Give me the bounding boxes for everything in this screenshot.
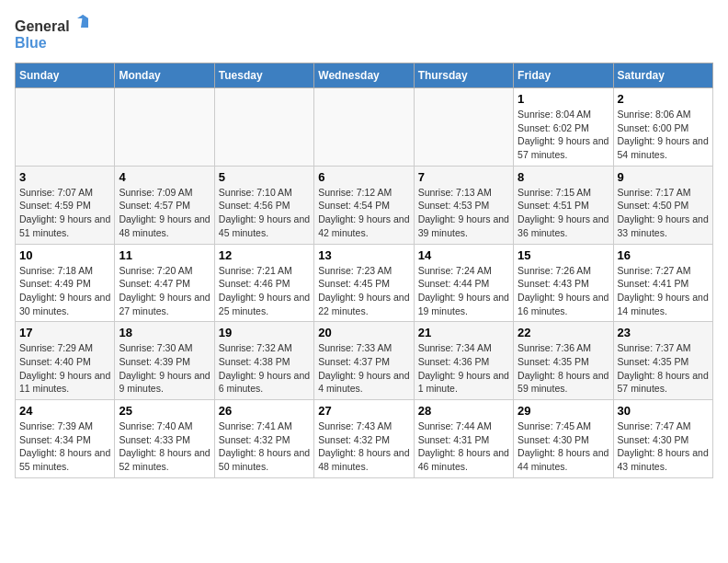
calendar-cell: 1Sunrise: 8:04 AMSunset: 6:02 PMDaylight…: [514, 88, 613, 167]
calendar-cell: 14Sunrise: 7:24 AMSunset: 4:44 PMDayligh…: [414, 244, 513, 322]
day-info: Sunrise: 7:37 AMSunset: 4:35 PMDaylight:…: [618, 341, 709, 396]
day-number: 2: [618, 92, 709, 106]
calendar-cell: 8Sunrise: 7:15 AMSunset: 4:51 PMDaylight…: [514, 166, 613, 244]
calendar-cell: 13Sunrise: 7:23 AMSunset: 4:45 PMDayligh…: [314, 244, 414, 322]
day-info: Sunrise: 7:20 AMSunset: 4:47 PMDaylight:…: [119, 264, 210, 318]
day-number: 28: [418, 404, 509, 418]
calendar-cell: [214, 88, 313, 167]
day-info: Sunrise: 7:12 AMSunset: 4:54 PMDaylight:…: [318, 186, 409, 240]
day-info: Sunrise: 7:39 AMSunset: 4:34 PMDaylight:…: [19, 419, 110, 474]
col-header-saturday: Saturday: [613, 63, 712, 88]
day-number: 8: [518, 170, 609, 184]
day-info: Sunrise: 7:41 AMSunset: 4:32 PMDaylight:…: [219, 419, 310, 474]
calendar-cell: 21Sunrise: 7:34 AMSunset: 4:36 PMDayligh…: [414, 322, 513, 400]
day-number: 3: [19, 170, 110, 184]
calendar-table: SundayMondayTuesdayWednesdayThursdayFrid…: [15, 63, 713, 478]
calendar-cell: 2Sunrise: 8:06 AMSunset: 6:00 PMDaylight…: [613, 88, 712, 167]
day-info: Sunrise: 7:18 AMSunset: 4:49 PMDaylight:…: [19, 264, 110, 318]
day-info: Sunrise: 7:07 AMSunset: 4:59 PMDaylight:…: [19, 186, 110, 240]
day-number: 22: [518, 326, 609, 339]
day-number: 25: [119, 404, 210, 418]
calendar-cell: 18Sunrise: 7:30 AMSunset: 4:39 PMDayligh…: [115, 322, 214, 400]
day-info: Sunrise: 7:27 AMSunset: 4:41 PMDaylight:…: [618, 264, 709, 318]
col-header-tuesday: Tuesday: [214, 63, 313, 88]
svg-text:Blue: Blue: [15, 35, 47, 51]
day-number: 14: [418, 248, 509, 262]
day-info: Sunrise: 7:29 AMSunset: 4:40 PMDaylight:…: [19, 341, 110, 396]
calendar-cell: 17Sunrise: 7:29 AMSunset: 4:40 PMDayligh…: [16, 322, 115, 400]
calendar-cell: 12Sunrise: 7:21 AMSunset: 4:46 PMDayligh…: [214, 244, 313, 322]
calendar-cell: 27Sunrise: 7:43 AMSunset: 4:32 PMDayligh…: [314, 400, 414, 478]
week-row-1: 1Sunrise: 8:04 AMSunset: 6:02 PMDaylight…: [16, 88, 713, 167]
day-number: 1: [518, 92, 609, 106]
col-header-thursday: Thursday: [414, 63, 513, 88]
day-number: 7: [418, 170, 509, 184]
col-header-sunday: Sunday: [16, 63, 115, 88]
logo: GeneralBlue: [15, 15, 97, 55]
calendar-cell: 5Sunrise: 7:10 AMSunset: 4:56 PMDaylight…: [214, 166, 313, 244]
week-row-3: 10Sunrise: 7:18 AMSunset: 4:49 PMDayligh…: [16, 244, 713, 322]
day-number: 4: [119, 170, 210, 184]
calendar-cell: 16Sunrise: 7:27 AMSunset: 4:41 PMDayligh…: [613, 244, 712, 322]
day-info: Sunrise: 7:30 AMSunset: 4:39 PMDaylight:…: [119, 341, 210, 396]
calendar-cell: 29Sunrise: 7:45 AMSunset: 4:30 PMDayligh…: [514, 400, 613, 478]
day-info: Sunrise: 7:44 AMSunset: 4:31 PMDaylight:…: [418, 419, 509, 474]
day-info: Sunrise: 7:43 AMSunset: 4:32 PMDaylight:…: [318, 419, 409, 474]
day-number: 11: [119, 248, 210, 262]
day-number: 16: [618, 248, 709, 262]
calendar-cell: 25Sunrise: 7:40 AMSunset: 4:33 PMDayligh…: [115, 400, 214, 478]
day-number: 19: [219, 326, 310, 339]
calendar-cell: 30Sunrise: 7:47 AMSunset: 4:30 PMDayligh…: [613, 400, 712, 478]
svg-text:General: General: [15, 18, 70, 34]
day-number: 18: [119, 326, 210, 339]
day-number: 15: [518, 248, 609, 262]
day-number: 12: [219, 248, 310, 262]
header: GeneralBlue: [15, 15, 713, 55]
day-info: Sunrise: 7:09 AMSunset: 4:57 PMDaylight:…: [119, 186, 210, 240]
calendar-cell: 28Sunrise: 7:44 AMSunset: 4:31 PMDayligh…: [414, 400, 513, 478]
week-row-5: 24Sunrise: 7:39 AMSunset: 4:34 PMDayligh…: [16, 400, 713, 478]
day-number: 23: [618, 326, 709, 339]
week-row-4: 17Sunrise: 7:29 AMSunset: 4:40 PMDayligh…: [16, 322, 713, 400]
day-number: 24: [19, 404, 110, 418]
day-number: 30: [618, 404, 709, 418]
calendar-cell: 11Sunrise: 7:20 AMSunset: 4:47 PMDayligh…: [115, 244, 214, 322]
day-info: Sunrise: 7:21 AMSunset: 4:46 PMDaylight:…: [219, 264, 310, 318]
day-info: Sunrise: 7:26 AMSunset: 4:43 PMDaylight:…: [518, 264, 609, 318]
calendar-cell: 15Sunrise: 7:26 AMSunset: 4:43 PMDayligh…: [514, 244, 613, 322]
calendar-cell: 24Sunrise: 7:39 AMSunset: 4:34 PMDayligh…: [16, 400, 115, 478]
calendar-cell: 22Sunrise: 7:36 AMSunset: 4:35 PMDayligh…: [514, 322, 613, 400]
day-number: 20: [318, 326, 409, 339]
day-info: Sunrise: 7:17 AMSunset: 4:50 PMDaylight:…: [618, 186, 709, 240]
day-number: 27: [318, 404, 409, 418]
day-number: 5: [219, 170, 310, 184]
calendar-cell: 6Sunrise: 7:12 AMSunset: 4:54 PMDaylight…: [314, 166, 414, 244]
day-number: 17: [19, 326, 110, 339]
day-info: Sunrise: 7:24 AMSunset: 4:44 PMDaylight:…: [418, 264, 509, 318]
calendar-cell: 3Sunrise: 7:07 AMSunset: 4:59 PMDaylight…: [16, 166, 115, 244]
day-info: Sunrise: 7:47 AMSunset: 4:30 PMDaylight:…: [618, 419, 709, 474]
calendar-cell: [314, 88, 414, 167]
calendar-cell: 9Sunrise: 7:17 AMSunset: 4:50 PMDaylight…: [613, 166, 712, 244]
day-info: Sunrise: 7:33 AMSunset: 4:37 PMDaylight:…: [318, 341, 409, 396]
day-info: Sunrise: 7:15 AMSunset: 4:51 PMDaylight:…: [518, 186, 609, 240]
calendar-body: 1Sunrise: 8:04 AMSunset: 6:02 PMDaylight…: [16, 88, 713, 478]
day-number: 26: [219, 404, 310, 418]
day-number: 10: [19, 248, 110, 262]
day-info: Sunrise: 8:06 AMSunset: 6:00 PMDaylight:…: [618, 108, 709, 162]
day-number: 6: [318, 170, 409, 184]
day-info: Sunrise: 7:40 AMSunset: 4:33 PMDaylight:…: [119, 419, 210, 474]
day-info: Sunrise: 7:13 AMSunset: 4:53 PMDaylight:…: [418, 186, 509, 240]
day-info: Sunrise: 8:04 AMSunset: 6:02 PMDaylight:…: [518, 108, 609, 162]
logo-svg: GeneralBlue: [15, 15, 97, 55]
calendar-cell: 7Sunrise: 7:13 AMSunset: 4:53 PMDaylight…: [414, 166, 513, 244]
calendar-cell: 26Sunrise: 7:41 AMSunset: 4:32 PMDayligh…: [214, 400, 313, 478]
calendar-cell: 19Sunrise: 7:32 AMSunset: 4:38 PMDayligh…: [214, 322, 313, 400]
calendar-cell: 4Sunrise: 7:09 AMSunset: 4:57 PMDaylight…: [115, 166, 214, 244]
day-info: Sunrise: 7:34 AMSunset: 4:36 PMDaylight:…: [418, 341, 509, 396]
calendar-cell: 23Sunrise: 7:37 AMSunset: 4:35 PMDayligh…: [613, 322, 712, 400]
day-number: 21: [418, 326, 509, 339]
day-info: Sunrise: 7:36 AMSunset: 4:35 PMDaylight:…: [518, 341, 609, 396]
col-header-monday: Monday: [115, 63, 214, 88]
calendar-header-row: SundayMondayTuesdayWednesdayThursdayFrid…: [16, 63, 713, 88]
